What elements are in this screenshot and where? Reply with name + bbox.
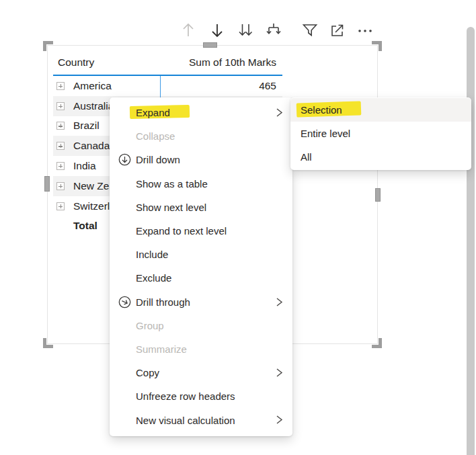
submenu-item-all[interactable]: All: [290, 145, 471, 169]
row-label: Total: [73, 220, 97, 232]
drill-down-circle-icon: [118, 153, 132, 167]
expand-plus-icon[interactable]: [56, 82, 65, 90]
menu-item-exclude[interactable]: Exclude: [110, 266, 292, 290]
menu-item-expand[interactable]: Expand: [110, 101, 292, 124]
row-label: America: [73, 80, 112, 92]
resize-handle-bottom-right[interactable]: [372, 338, 382, 348]
resize-handle-top[interactable]: [203, 42, 217, 48]
menu-item-group: Group: [110, 314, 292, 337]
row-label: India: [73, 160, 96, 172]
menu-item-include[interactable]: Include: [110, 243, 292, 266]
filter-icon[interactable]: [301, 21, 319, 40]
expand-plus-icon[interactable]: [56, 182, 65, 190]
drill-up-icon[interactable]: [179, 21, 198, 40]
submenu-item-entire-level[interactable]: Entire level: [290, 122, 471, 145]
submenu-item-selection[interactable]: Selection: [290, 98, 471, 122]
menu-item-unfreeze-row-headers[interactable]: Unfreeze row headers: [110, 384, 292, 408]
row-label: Brazil: [73, 120, 100, 132]
chevron-right-icon: [274, 368, 284, 378]
resize-handle-top-right[interactable]: [372, 41, 382, 51]
chevron-right-icon: [274, 297, 284, 307]
expand-all-down-one-level-icon[interactable]: [264, 21, 283, 40]
resize-handle-bottom-left[interactable]: [43, 338, 53, 348]
menu-item-show-as-table[interactable]: Show as a table: [110, 172, 292, 196]
more-options-icon[interactable]: [356, 21, 374, 40]
expand-plus-icon[interactable]: [56, 122, 65, 130]
row-value: 465: [259, 80, 282, 92]
focus-mode-icon[interactable]: [328, 21, 347, 40]
context-menu: Expand Collapse Drill down Show as a tab…: [110, 97, 292, 436]
menu-item-collapse: Collapse: [110, 124, 292, 148]
row-label: Australia: [73, 100, 114, 112]
vertical-scrollbar-thumb[interactable]: [467, 27, 475, 455]
drill-through-circle-icon: [118, 295, 132, 309]
menu-item-show-next-level[interactable]: Show next level: [110, 196, 292, 219]
expand-plus-icon[interactable]: [56, 202, 65, 210]
expand-plus-icon[interactable]: [56, 162, 65, 170]
menu-item-summarize: Summarize: [110, 337, 292, 361]
expand-submenu: Selection Entire level All: [290, 97, 471, 170]
menu-item-drill-down[interactable]: Drill down: [110, 148, 292, 171]
column-header-country[interactable]: Country: [53, 56, 94, 69]
menu-item-expand-to-next-level[interactable]: Expand to next level: [110, 219, 292, 243]
matrix-header-row: Country Sum of 10th Marks: [53, 50, 282, 76]
resize-handle-right[interactable]: [375, 188, 381, 202]
chevron-right-icon: [274, 108, 284, 118]
go-to-next-level-icon[interactable]: [236, 21, 255, 40]
resize-handle-top-left[interactable]: [43, 41, 53, 51]
resize-handle-left[interactable]: [44, 176, 50, 192]
row-label: Canada: [73, 140, 110, 152]
expand-plus-icon[interactable]: [56, 142, 65, 150]
column-header-sum[interactable]: Sum of 10th Marks: [189, 56, 282, 69]
expand-plus-icon[interactable]: [56, 102, 65, 110]
chevron-right-icon: [274, 415, 284, 425]
menu-item-drill-through[interactable]: Drill through: [110, 290, 292, 314]
table-row-america[interactable]: America 465: [53, 76, 282, 96]
menu-item-copy[interactable]: Copy: [110, 361, 292, 384]
drill-down-icon[interactable]: [208, 21, 227, 40]
menu-item-new-visual-calculation[interactable]: New visual calculation: [110, 408, 292, 431]
